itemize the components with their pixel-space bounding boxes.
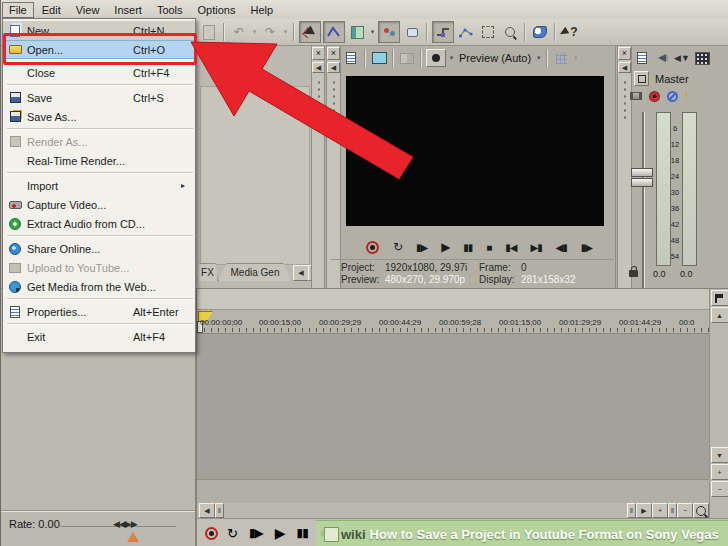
drag-grip-handle[interactable] [331,79,337,123]
event-tool-button[interactable] [347,22,367,42]
zoom-in-time-button[interactable]: + [652,503,668,518]
grid-overlay-button[interactable] [552,50,570,66]
insert-fx-icon[interactable] [630,92,642,100]
record-button[interactable] [205,527,218,540]
zoom-tool-button[interactable] [500,22,520,42]
file-menu-item-share-online[interactable]: Share Online... [3,239,195,258]
scroll-down-button[interactable]: ▼ [711,447,728,463]
master-bus-icon[interactable] [634,71,649,86]
file-menu-item-get-media-from-web[interactable]: Get Media from the Web... [3,277,195,296]
mixer-properties-button[interactable] [693,50,711,66]
menu-view[interactable]: View [69,2,107,18]
go-to-start-button[interactable]: ▮◀ [505,242,516,253]
paint-tool-button[interactable] [530,22,550,42]
redo-button[interactable]: ↷ [260,22,280,42]
menu-item-label: Share Online... [27,243,133,255]
normal-edit-tool-button[interactable] [299,21,321,43]
next-frame-button[interactable]: ▮▶ [581,242,592,253]
zoom-out-track-height-button[interactable]: − [711,481,728,497]
record-button[interactable] [366,241,379,254]
file-menu-item-import[interactable]: Import ▸ [3,176,195,195]
scroll-up-button[interactable]: ▲ [711,307,728,323]
menu-tools[interactable]: Tools [150,2,190,18]
go-to-end-button[interactable]: ▶▮ [530,242,541,253]
mute-gear-icon[interactable] [649,91,660,102]
file-menu-item-properties[interactable]: Properties... Alt+Enter [3,302,195,321]
preview-quality-button[interactable] [426,49,446,67]
scrollbar-splitter[interactable]: ‖ [627,503,636,518]
timeline-marker-bar[interactable] [197,289,709,310]
file-menu-item-exit[interactable]: Exit Alt+F4 [3,327,195,346]
zoom-in-track-height-button[interactable]: + [711,464,728,480]
pause-button[interactable]: ▮▮ [463,242,472,253]
zoom-edit-tool-button[interactable] [693,503,709,518]
menu-edit[interactable]: Edit [35,2,68,18]
menu-help[interactable]: Help [243,2,280,18]
play-button[interactable]: ▶ [275,525,285,541]
rate-marker-triangle[interactable] [127,532,139,542]
menu-insert[interactable]: Insert [107,2,149,18]
lock-envelopes-button[interactable] [378,21,400,43]
file-menu-item-real-time-render[interactable]: Real-Time Render... [3,151,195,170]
automation-settings-button[interactable] [432,21,454,43]
split-screen-view-button[interactable] [398,50,416,66]
loop-playback-button[interactable]: ↻ [393,240,402,254]
master-fader-handle[interactable] [631,168,653,187]
play-button[interactable]: ▶ [441,240,449,254]
file-menu-item-save-as[interactable]: Save As... [3,107,195,126]
previous-frame-button[interactable]: ◀▮ [556,242,567,253]
envelope-edit-tool-button[interactable] [323,21,345,43]
file-menu-item-capture-video[interactable]: Capture Video... [3,195,195,214]
paste-button[interactable] [199,22,219,42]
tab-media-generators[interactable]: Media Gen [218,263,292,281]
downmix-output-button[interactable] [653,50,671,66]
close-mixer-button[interactable]: × [618,47,631,60]
external-monitor-button[interactable] [370,50,388,66]
tab-video-fx[interactable]: FX [197,263,218,281]
scrollbar-splitter[interactable]: ‖ [668,503,677,518]
zoom-out-time-button[interactable]: − [677,503,693,518]
ignore-event-grouping-button[interactable] [402,22,422,42]
drag-grip-handle[interactable] [622,79,628,123]
selection-tool-button[interactable] [478,22,498,42]
play-from-start-button[interactable]: ▮▶ [416,242,427,253]
timeline-horizontal-scrollbar[interactable]: ◀ ‖ ‖ ▶ + ‖ − [197,503,709,518]
insert-marker-button[interactable] [711,290,728,306]
event-tool-dropdown[interactable]: ▾ [368,28,377,36]
file-menu-item-save[interactable]: Save Ctrl+S [3,88,195,107]
preview-quality-dropdown[interactable]: ▾ [534,54,543,62]
dim-output-button[interactable]: ◀▼ [673,50,691,66]
timeline-vertical-scrollbar[interactable]: ▲ ▼ + − [709,289,728,518]
envelope-points-button[interactable] [456,22,476,42]
collapse-mixer-button[interactable]: ◀ [618,62,631,73]
whats-this-help-button[interactable]: ? [560,22,580,42]
play-from-start-button[interactable]: ▮▶ [249,526,263,540]
undo-dropdown[interactable]: ▾ [250,28,259,36]
collapse-preview-button[interactable]: ◀ [327,62,340,73]
undo-button[interactable]: ↶ [229,22,249,42]
quality-dropdown[interactable]: ▾ [447,54,456,62]
loop-playback-button[interactable]: ↻ [227,526,237,541]
timeline-track-area[interactable] [197,333,709,480]
scrollbar-track[interactable] [710,324,728,446]
grid-overlay-dropdown[interactable]: ▾ [571,54,580,62]
fader-lock-icon[interactable] [629,270,638,277]
scroll-right-button[interactable]: ▶ [636,503,652,518]
pause-button[interactable]: ▮▮ [297,526,308,540]
timeline-ruler[interactable]: 00:00:00;00 00:00:15;00 00:00:29;29 00:0… [197,310,709,333]
file-menu-item-extract-audio[interactable]: Extract Audio from CD... [3,214,195,233]
redo-dropdown[interactable]: ▾ [281,28,290,36]
close-preview-button[interactable]: × [327,47,340,60]
stop-button[interactable]: ■ [486,242,491,253]
rate-scrub-handle[interactable]: ◀◀▶▶ [113,519,137,529]
file-menu-item-close[interactable]: Close Ctrl+F4 [3,63,195,82]
tab-scroll-left-button[interactable]: ◀ [293,265,309,281]
menu-options[interactable]: Options [191,2,243,18]
scrollbar-splitter[interactable]: ‖ [215,503,224,518]
drag-grip-handle[interactable] [316,79,322,123]
scroll-left-button[interactable]: ◀ [199,503,215,518]
insert-bus-button[interactable] [633,50,651,66]
menu-file[interactable]: File [2,2,34,18]
solo-icon[interactable] [667,91,678,102]
project-properties-button[interactable] [342,50,360,66]
